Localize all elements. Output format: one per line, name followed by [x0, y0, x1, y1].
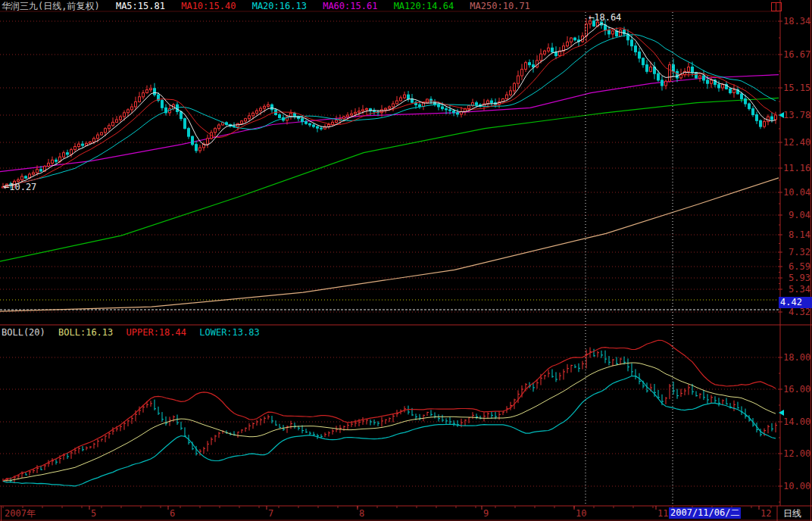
low-price-annotation: ←10.27 [4, 182, 36, 192]
price-axis-tick-label: 18.34 [783, 16, 810, 27]
price-axis-tick-label: 12.40 [783, 137, 810, 148]
ma250-value: MA250:10.71 [470, 1, 529, 11]
crosshair-price-highlight: 4.42 [779, 297, 812, 308]
ma60-value: MA60:15.61 [323, 1, 377, 11]
main-gridlines [0, 21, 782, 312]
boll-gridlines [0, 357, 782, 502]
boll-axis-tick-label: 14.00 [783, 416, 810, 427]
month-tick-label: 9 [483, 508, 489, 519]
price-axis-tick-label: 16.67 [783, 49, 810, 60]
month-tick-label: 5 [91, 508, 96, 519]
period-daily-label[interactable]: 日线 [783, 508, 801, 519]
ma250-line [0, 178, 779, 311]
month-tick-label: 6 [170, 508, 175, 519]
boll-lower-value: LOWER:13.83 [199, 327, 259, 338]
price-marker-boll [779, 410, 784, 416]
price-axis-tick-label: 15.15 [783, 83, 810, 93]
ma10-value: MA10:15.40 [181, 1, 236, 11]
ma120-value: MA120:14.64 [394, 1, 454, 11]
date-axis-ticks [3, 506, 771, 510]
frame [0, 0, 812, 521]
price-axis-tick-label: 11.16 [783, 163, 810, 173]
price-axis-tick-label: 10.04 [783, 187, 810, 198]
month-tick-label: 12 [760, 508, 771, 519]
boll-name: BOLL(20) [2, 327, 45, 338]
month-tick-label: 10 [576, 508, 586, 519]
boll-axis-tick-label: 12.00 [783, 448, 810, 459]
price-axis-tick-label: 9.04 [783, 210, 810, 220]
year-axis-label: 2007年 [5, 508, 36, 519]
boll-upper-line [3, 340, 776, 481]
candlestick-chart-canvas[interactable] [0, 0, 812, 521]
month-tick-label: 8 [359, 508, 364, 519]
boll-mid-value: BOLL:16.13 [58, 327, 113, 338]
boll-upper-value: UPPER:18.44 [126, 327, 186, 338]
price-axis-tick-label: 5.93 [783, 273, 810, 283]
ma20-value: MA20:16.13 [252, 1, 307, 11]
ma5-line [3, 23, 776, 186]
high-price-annotation: ←18.64 [589, 12, 621, 23]
boll-indicator-header: BOLL(20) BOLL:16.13 UPPER:18.44 LOWER:13… [2, 327, 267, 338]
stock-chart-app: 华润三九(日线,前复权) MA5:15.81 MA10:15.40 MA20:1… [0, 0, 812, 521]
ma5-value: MA5:15.81 [116, 1, 165, 11]
month-tick-label: 7 [268, 508, 273, 519]
month-tick-label: 11 [657, 508, 668, 519]
boll-lower-line [3, 376, 776, 486]
price-axis-tick-label: 5.34 [783, 284, 810, 295]
crosshair-date-highlight: 2007/11/06/二 [669, 507, 741, 519]
main-indicator-header: 华润三九(日线,前复权) MA5:15.81 MA10:15.40 MA20:1… [2, 1, 541, 11]
candles-group [2, 15, 777, 189]
window-restore-icon[interactable] [771, 2, 782, 11]
boll-axis-tick-label: 18.00 [783, 352, 810, 363]
price-axis-tick-label: 7.32 [783, 247, 810, 257]
price-axis-tick-label: 8.14 [783, 229, 810, 240]
price-axis-tick-label: 4.32 [783, 307, 810, 317]
boll-axis-tick-label: 10.00 [783, 481, 810, 491]
price-axis-tick-label: 6.59 [783, 261, 810, 272]
symbol-title: 华润三九(日线,前复权) [2, 1, 100, 11]
price-axis-tick-label: 13.78 [783, 110, 810, 120]
boll-axis-tick-label: 16.00 [783, 384, 810, 395]
